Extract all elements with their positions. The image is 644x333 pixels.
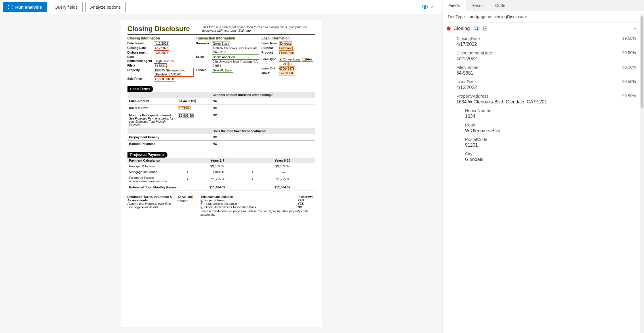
loan-terms-table: Can this amount increase after closing? … [127,92,315,147]
tab-result[interactable]: Result [466,0,489,11]
estimated-taxes-block: Estimated Taxes, Insurance & Assessments… [127,193,315,216]
est-left-title: Estimated Taxes, Insurance & Assessments [127,195,174,202]
field-row[interactable]: PropertyAddress1634 W Glenoaks Blvd, Gle… [443,92,644,106]
doc-title: Closing Disclosure [127,25,202,33]
lt-q1: Can this amount increase after closing? [211,92,315,98]
tabs: Fields Result Code [443,0,644,11]
toolbar: Run analysis Query fields Analyze option… [0,0,442,14]
status-dot-icon [447,27,451,31]
lender-value: Skye AU Bank [212,68,233,73]
property-label: Property [127,68,154,72]
mic-value: 147188500 [279,71,295,75]
pp-total-b: $11,384.39 [275,186,290,189]
date-issued-label: Date Issued [127,41,154,45]
seller-label: Seller [196,55,212,59]
est-includes-head: This estimate includes [201,195,298,198]
right-panel: Fields Result Code DocType: mortgage.us.… [443,0,644,333]
group-badge: #1 [473,26,480,31]
loan-term-row: Monthly Principal & InterestSee Projecte… [127,112,315,128]
loan-type-label: Loan Type [262,57,279,61]
sale-label: Sale Price [127,77,154,81]
eye-icon [422,4,428,10]
est-left-sub2: See page 4 for details [127,205,174,209]
disb-date-value: 4/21/2022 [154,50,169,55]
checkbox-icon [303,58,306,61]
subfield-row[interactable]: RoadW Glenoaks Blvd [443,121,644,135]
chevron-up-icon[interactable] [632,26,637,31]
field-row[interactable]: DisbursementDate4/21/202299.50% [443,49,644,63]
purpose-value: Purchase [279,46,293,50]
run-analysis-button[interactable]: Run analysis [3,2,47,12]
query-fields-button[interactable]: Query fields [50,2,83,12]
pp-row: Principal & Interest$9,609.39$9,609.39 [127,163,315,169]
pp-head-0: Payment Calculation [127,158,185,163]
sale-value: $1,800,000.00 [154,77,175,81]
checkbox-icon [280,63,282,65]
settle-value: Bright Title Co [154,59,175,63]
pp-head-2: Years 8-30 [250,158,315,163]
loan-term-row: Loan Amount$1,440,000NO [127,98,315,105]
query-fields-label: Query fields [55,5,78,10]
field-row[interactable]: ClosingDate4/17/202299.50% [443,34,644,49]
projected-payments-table: Payment Calculation Years 1-7 Years 8-30… [127,158,315,190]
closing-info-head: Closing Information [127,36,194,40]
doctype-value: mortgage.us.closingDisclosure [468,14,527,19]
field-row[interactable]: IssueDate4/12/202299.50% [443,77,644,92]
scrollbar[interactable] [640,14,644,333]
chevron-down-icon [430,5,434,9]
tab-fields[interactable]: Fields [443,0,466,11]
property-value: 1634 W Glenoaks Blvd, Glendale, CA 91201 [154,68,194,77]
product-value: Fixed Rate [279,50,295,55]
est-escrow-head: In escrow? [298,195,315,198]
fields-scroll[interactable]: Closing #1 ClosingDate4/17/202299.50%Dis… [443,23,644,333]
scan-icon [8,4,13,10]
loan-term-row: Balloon PaymentNO [127,140,315,147]
subfield-row[interactable]: PostalCode91201 [443,135,644,150]
loan-id-label: Loan ID # [262,66,279,70]
loan-terms-bar: Loan Terms [127,86,153,92]
settle-label: Settlement Agent [127,59,154,63]
borrower-name: Gwen Stacy [212,41,230,46]
table-icon [483,26,487,31]
loan-type-fha: FHA [306,58,312,61]
file-value: 64-5681 [154,63,167,68]
borrower-label: Borrower [196,41,212,45]
group-header[interactable]: Closing #1 [443,23,644,34]
est-foot: See Escrow Account on page 4 for details… [201,209,315,216]
analyze-options-button[interactable]: Analyze options [85,2,126,12]
document-viewport[interactable]: Closing Disclosure This form is a statem… [0,14,442,333]
est-row: Other: Homeowner's Association DuesNO [201,205,315,209]
closing-date-label: Closing Date [127,46,154,50]
projected-payments-bar: Projected Payments [127,152,168,158]
loan-type-conventional: Conventional [283,58,300,61]
pp-head-1: Years 1-7 [185,158,250,163]
closing-date-value: 4/17/2022 [154,46,169,50]
doctype-row: DocType: mortgage.us.closingDisclosure [443,11,644,23]
mic-label: MIC # [262,71,279,75]
seller-name: Bonita Anderson [212,55,236,59]
est-row: Property TaxesYES [201,198,315,202]
view-toggle[interactable] [422,4,439,10]
pp-total-a: $11,484.39 [209,186,225,189]
checkbox-icon [280,58,282,61]
left-panel: Run analysis Query fields Analyze option… [0,0,443,333]
run-analysis-label: Run analysis [15,5,42,10]
disb-date-label: Disbursement Date [127,50,154,58]
field-row[interactable]: FileNumber64-568199.50% [443,63,644,77]
tab-code[interactable]: Code [489,0,511,11]
scrollbar-thumb[interactable] [641,16,643,108]
loan-term-label: Loan Term [262,41,279,45]
seller-addr: 920 University Blvd, Rexburg, CA 94954 [212,59,259,68]
loan-term-row: Interest Rate7.033%NO [127,105,315,112]
doctype-label: DocType: [448,14,466,19]
pp-row: Estimated EscrowAmount can increase over… [127,175,315,184]
lt-q2: Does the loan have these features? [211,128,315,134]
loan-term-row: Prepayment PenaltyNO [127,134,315,141]
subfield-row[interactable]: CityGlendale [443,150,644,164]
subfield-row[interactable]: HouseNumber1634 [443,106,644,121]
product-label: Product [262,50,279,54]
pp-total-label: Estimated Total Monthly Payment [129,186,180,189]
est-left-sub1: Amount can increase over time [127,202,174,205]
document-page: Closing Disclosure This form is a statem… [121,20,322,327]
loan-type-va: VA [283,62,287,66]
